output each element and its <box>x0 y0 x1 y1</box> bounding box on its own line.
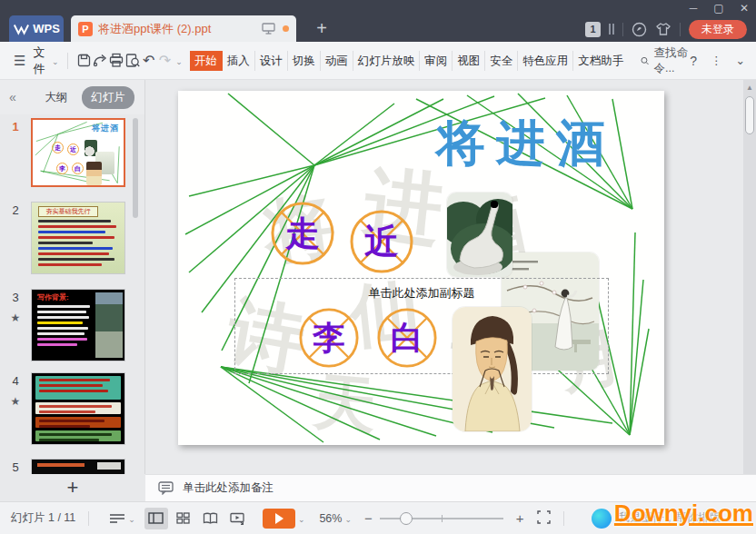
collapse-ribbon-icon[interactable]: ⌄ <box>736 54 745 67</box>
mini-slide5-titleline <box>37 463 85 467</box>
circle-char-bai[interactable]: 白 <box>377 308 437 368</box>
normal-view-button[interactable] <box>144 508 168 529</box>
wps-menu-button[interactable]: WPS <box>9 15 64 42</box>
slide-panel: « 大纲 幻灯片 1 <box>0 80 145 501</box>
tab-slides[interactable]: 幻灯片 <box>82 86 134 109</box>
scroll-up-icon[interactable]: ▲ <box>743 84 756 92</box>
slide-thumbnail-image[interactable] <box>31 459 125 474</box>
slide-number: 5 <box>0 460 31 474</box>
chevron-down-icon: ⌄ <box>52 57 59 66</box>
divider <box>680 23 681 36</box>
slide-canvas[interactable]: 将 进 酒 诗 仙 歌 月 天 <box>145 80 756 474</box>
statue-image[interactable] <box>447 193 512 277</box>
ribbon-tab-view[interactable]: 视图 <box>453 51 485 71</box>
slide-thumbnail-image[interactable]: 将进酒 走 近 李 白 <box>31 118 125 187</box>
thumbnail-scrollbar[interactable] <box>133 118 138 218</box>
search-icon <box>641 54 649 67</box>
slide-thumbnail-1[interactable]: 1 <box>0 118 125 187</box>
slide-number: 1 <box>0 120 31 134</box>
zoom-in-button[interactable]: + <box>516 510 524 526</box>
undo-button[interactable]: ↶ <box>141 50 157 72</box>
vertical-scrollbar[interactable]: ▲ <box>743 80 756 474</box>
notes-toggle-button[interactable]: ⌄ <box>109 513 135 524</box>
maximize-icon[interactable]: ▢ <box>712 2 725 15</box>
site-watermark: Downyi.com <box>614 499 753 528</box>
play-options-chevron-icon[interactable]: ⌄ <box>298 515 305 524</box>
more-icon[interactable]: ⋮ <box>711 54 722 67</box>
reading-view-button[interactable] <box>199 508 223 529</box>
command-search-text: 查找命令... <box>653 45 690 76</box>
print-button[interactable] <box>108 50 124 72</box>
divider <box>88 511 89 526</box>
play-icon <box>275 513 284 524</box>
slide-thumbnail-image[interactable] <box>31 372 125 445</box>
document-stack-icon <box>609 24 614 35</box>
libai-portrait-image[interactable] <box>453 307 532 431</box>
slide-number: 4 <box>0 374 31 388</box>
ribbon-tab-security[interactable]: 安全 <box>485 51 518 71</box>
slide-thumbnail-4[interactable]: 4 ★ <box>0 372 125 445</box>
minimize-icon[interactable]: ─ <box>687 2 700 15</box>
circle-char-jin[interactable]: 近 <box>350 210 413 273</box>
titlebar: ─ ▢ ✕ WPS P 将进酒ppt课件 (2).ppt + 1 <box>0 0 756 42</box>
skin-tshirt-icon[interactable] <box>655 22 671 36</box>
circle-char-zou[interactable]: 走 <box>271 202 334 265</box>
divider <box>67 53 68 69</box>
new-tab-button[interactable]: + <box>309 15 334 42</box>
assistant-avatar-icon[interactable] <box>592 509 612 529</box>
slide-counter: 幻灯片 1 / 11 <box>11 510 75 526</box>
ribbon-tab-special-apps[interactable]: 特色应用 <box>518 51 573 71</box>
fit-to-window-button[interactable] <box>537 510 551 527</box>
ribbon-tab-doc-assistant[interactable]: 文档助手 <box>573 51 628 71</box>
ribbon-tab-design[interactable]: 设计 <box>255 51 288 71</box>
slide-number: 3 <box>0 291 31 304</box>
toolbar-chevron-down-icon[interactable]: ⌄ <box>175 57 183 66</box>
slideshow-play-button[interactable] <box>263 509 295 529</box>
add-slide-button[interactable]: + <box>0 474 145 501</box>
login-button[interactable]: 未登录 <box>689 20 747 39</box>
mini-slide5-box <box>97 462 121 470</box>
tab-outline[interactable]: 大纲 <box>35 86 76 109</box>
docer-icon[interactable] <box>632 22 647 37</box>
slide-title[interactable]: 将进酒 <box>436 111 616 177</box>
slide-thumbnail-2[interactable]: 2 夯实基础我先行 <box>0 202 125 274</box>
hamburger-icon[interactable]: ☰ <box>14 53 25 69</box>
open-documents-badge[interactable]: 1 <box>585 22 601 37</box>
notes-placeholder[interactable]: 单击此处添加备注 <box>183 480 274 496</box>
circle-char-li[interactable]: 李 <box>299 308 359 368</box>
slide-sorter-view-button[interactable] <box>172 508 195 529</box>
zoom-level[interactable]: 56% ⌄ <box>319 512 352 525</box>
save-button[interactable] <box>75 50 92 72</box>
output-share-button[interactable] <box>92 50 108 72</box>
document-tab[interactable]: P 将进酒ppt课件 (2).ppt <box>71 15 296 42</box>
slide-thumbnail-image[interactable]: 夯实基础我先行 <box>31 202 125 274</box>
close-icon[interactable]: ✕ <box>738 2 751 15</box>
play-from-current-button[interactable] <box>226 508 250 529</box>
collapse-panel-icon[interactable]: « <box>0 90 25 104</box>
menubar: ☰ 文件 ⌄ ↶ ↷ ⌄ 开始 插入 设计 切换 动画 幻灯片放映 审阅 视图 … <box>0 42 756 80</box>
ribbon-tab-slideshow[interactable]: 幻灯片放映 <box>353 51 421 71</box>
ribbon-tab-home[interactable]: 开始 <box>190 51 223 71</box>
zoom-slider-handle[interactable] <box>400 512 413 525</box>
redo-button[interactable]: ↷ <box>157 50 174 72</box>
slide-thumbnail-3[interactable]: 3 ★ 写作背景: <box>0 289 125 361</box>
thumbnail-list: 1 <box>0 114 145 474</box>
current-slide[interactable]: 将 进 酒 诗 仙 歌 月 天 <box>178 91 664 445</box>
print-preview-button[interactable] <box>124 50 141 72</box>
slide-thumbnail-5[interactable]: 5 <box>0 459 125 474</box>
ribbon-tab-animation[interactable]: 动画 <box>321 51 353 71</box>
ribbon-tab-insert[interactable]: 插入 <box>223 51 255 71</box>
ribbon-tab-review[interactable]: 审阅 <box>420 51 453 71</box>
scrollbar-thumb[interactable] <box>745 96 754 134</box>
help-icon[interactable]: ? <box>690 54 697 68</box>
zoom-out-button[interactable]: − <box>364 510 373 526</box>
zoom-slider[interactable] <box>380 512 503 525</box>
file-menu[interactable]: 文件 <box>33 44 49 77</box>
monitor-icon[interactable] <box>262 23 275 35</box>
notes-bar[interactable]: 单击此处添加备注 <box>145 474 756 501</box>
command-search[interactable]: 查找命令... <box>641 45 690 76</box>
chevron-down-icon: ⌄ <box>344 515 352 524</box>
slide-thumbnail-image[interactable]: 写作背景: <box>31 289 125 361</box>
subtitle-placeholder-text[interactable]: 单击此处添加副标题 <box>235 285 608 302</box>
ribbon-tab-transition[interactable]: 切换 <box>288 51 321 71</box>
